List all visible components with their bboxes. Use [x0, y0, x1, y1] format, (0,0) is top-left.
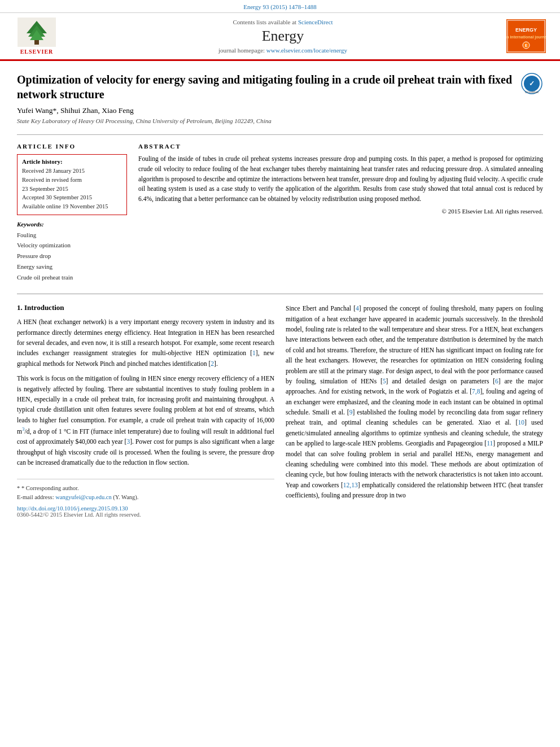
cite-12-13[interactable]: 12,13: [343, 482, 358, 488]
journal-center: Contents lists available at ScienceDirec…: [68, 19, 498, 54]
right-body-col: Since Ebert and Panchal [4] proposed the…: [286, 303, 543, 518]
sciencedirect-link[interactable]: ScienceDirect: [298, 19, 333, 25]
history-label: Article history:: [22, 158, 122, 165]
article-content: Optimization of velocity for energy savi…: [0, 61, 560, 529]
crossmark-badge[interactable]: ✓ CrossMark: [520, 72, 543, 95]
keyword-velocity: Velocity optimization: [17, 240, 127, 251]
introduction-col: 1. Introduction A HEN (heat exchanger ne…: [17, 303, 274, 518]
homepage-link[interactable]: www.elsevier.com/locate/energy: [266, 47, 347, 54]
journal-ref: Energy 93 (2015) 1478–1488: [243, 3, 317, 10]
journal-homepage-line: journal homepage: www.elsevier.com/locat…: [68, 47, 498, 54]
abstract-text: Fouling of the inside of tubes in crude …: [138, 154, 543, 204]
cite-9[interactable]: 9: [349, 409, 353, 416]
cite-5[interactable]: 5: [383, 378, 386, 385]
cite-3[interactable]: 3: [126, 438, 130, 445]
cite-10[interactable]: 10: [518, 419, 524, 426]
energy-badge-svg: ENERGY an international journal E: [506, 19, 546, 53]
journal-header: ELSEVIER Contents lists available at Sci…: [0, 13, 560, 61]
footnote-star: *: [17, 485, 21, 491]
abstract-col: ABSTRACT Fouling of the inside of tubes …: [138, 143, 543, 282]
section-divider: [17, 294, 543, 294]
energy-logo-container: ENERGY an international journal E: [504, 19, 549, 53]
journal-title: Energy: [68, 28, 498, 45]
article-info-heading: ARTICLE INFO: [17, 143, 127, 150]
email-link[interactable]: wangyufei@cup.edu.cn: [55, 494, 111, 500]
cite-2[interactable]: 2: [211, 360, 214, 367]
cleaning-text: cleaning: [392, 399, 414, 405]
doi-link[interactable]: http://dx.doi.org/10.1016/j.energy.2015.…: [17, 505, 128, 512]
svg-text:ENERGY: ENERGY: [515, 27, 537, 33]
footnote-email: E-mail address: wangyufei@cup.edu.cn (Y.…: [17, 493, 274, 502]
crossmark-icon: ✓ CrossMark: [521, 73, 542, 94]
intro-paragraph-1: A HEN (heat exchanger network) is a very…: [17, 317, 274, 369]
article-history-box: Article history: Received 28 January 201…: [17, 154, 127, 215]
corresponding-label: * Corresponding author.: [21, 485, 79, 491]
issn-line: 0360-5442/© 2015 Elsevier Ltd. All right…: [17, 512, 274, 518]
cite-11[interactable]: 11: [487, 440, 493, 447]
introduction-heading: 1. Introduction: [17, 303, 274, 312]
keyword-pressure: Pressure drop: [17, 251, 127, 261]
authors-line: Yufei Wang*, Shihui Zhan, Xiao Feng: [17, 106, 543, 115]
two-col-section: ARTICLE INFO Article history: Received 2…: [17, 134, 543, 282]
history-revised-label: Received in revised form: [22, 176, 122, 185]
history-available: Available online 19 November 2015: [22, 202, 122, 211]
elsevier-logo: ELSEVIER: [18, 18, 56, 55]
article-title: Optimization of velocity for energy savi…: [17, 72, 512, 102]
elsevier-tree-icon: [18, 18, 56, 47]
sciencedirect-line: Contents lists available at ScienceDirec…: [68, 19, 498, 25]
keyword-crude: Crude oil preheat train: [17, 272, 127, 283]
section-number: 1.: [17, 303, 23, 312]
therefore-text: Therefore: [351, 347, 376, 353]
authors-text: Yufei Wang*, Shihui Zhan, Xiao Feng: [17, 106, 134, 115]
abstract-paragraph: Fouling of the inside of tubes in crude …: [138, 154, 543, 204]
keyword-fouling: Fouling: [17, 230, 127, 241]
history-accepted: Accepted 30 September 2015: [22, 193, 122, 202]
history-revised-date: 23 September 2015: [22, 185, 122, 194]
footnote-section: * * Corresponding author. E-mail address…: [17, 479, 274, 502]
intro-paragraph-2: This work is focus on the mitigation of …: [17, 373, 274, 468]
cite-4[interactable]: 4: [356, 305, 359, 312]
doi-line[interactable]: http://dx.doi.org/10.1016/j.energy.2015.…: [17, 505, 274, 512]
copyright-line: © 2015 Elsevier Ltd. All rights reserved…: [138, 208, 543, 215]
elsevier-text: ELSEVIER: [20, 49, 54, 55]
svg-text:E: E: [525, 43, 528, 47]
svg-text:CrossMark: CrossMark: [525, 90, 539, 94]
cite-7-8[interactable]: 7,8: [472, 388, 480, 395]
cite-1[interactable]: 1: [252, 350, 256, 356]
contents-label: Contents lists available at: [233, 19, 296, 25]
history-received: Received 28 January 2015: [22, 167, 122, 176]
energy-badge: ENERGY an international journal E: [506, 19, 546, 53]
right-paragraph-1: Since Ebert and Panchal [4] proposed the…: [286, 303, 543, 500]
article-title-section: Optimization of velocity for energy savi…: [17, 72, 543, 102]
section-title: Introduction: [24, 303, 64, 312]
affiliation-line: State Key Laboratory of Heavy Oil Proces…: [17, 117, 543, 124]
svg-text:✓: ✓: [529, 80, 535, 88]
elsevier-logo-container: ELSEVIER: [11, 18, 62, 55]
keywords-label: Keywords:: [17, 221, 127, 228]
body-section: 1. Introduction A HEN (heat exchanger ne…: [17, 303, 543, 518]
keyword-energy: Energy saving: [17, 261, 127, 272]
keywords-section: Keywords: Fouling Velocity optimization …: [17, 221, 127, 282]
homepage-label: journal homepage:: [218, 47, 265, 54]
abstract-heading: ABSTRACT: [138, 143, 543, 150]
svg-text:an international journal: an international journal: [506, 35, 546, 40]
footnote-corresponding: * * Corresponding author.: [17, 484, 274, 493]
cite-6[interactable]: 6: [495, 378, 498, 385]
email-label: E-mail address:: [17, 494, 54, 500]
article-info-col: ARTICLE INFO Article history: Received 2…: [17, 143, 127, 282]
top-bar: Energy 93 (2015) 1478–1488: [0, 0, 560, 13]
email-suffix: (Y. Wang).: [113, 494, 138, 500]
